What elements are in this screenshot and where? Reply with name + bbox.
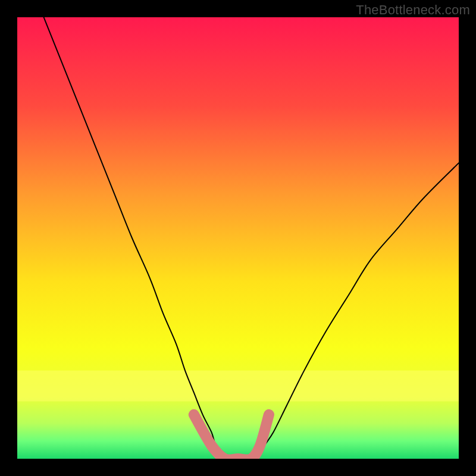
watermark-label: TheBottleneck.com bbox=[356, 2, 470, 18]
plot-svg bbox=[17, 17, 459, 459]
bottleneck-plot bbox=[17, 17, 459, 459]
chart-frame: TheBottleneck.com bbox=[0, 0, 476, 476]
highlight-band bbox=[17, 371, 459, 402]
